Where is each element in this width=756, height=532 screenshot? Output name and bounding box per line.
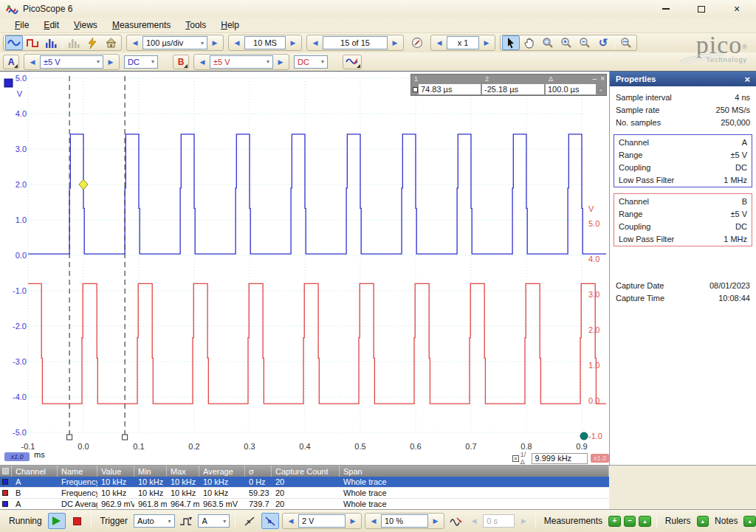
right-axis-scale-badge[interactable]: x1.0 [591, 454, 609, 463]
column-header[interactable]: Average [199, 466, 245, 477]
add-measurement-button[interactable]: + [608, 516, 621, 527]
buffer-previous-button[interactable]: ◀ [309, 36, 322, 49]
advanced-trigger-button[interactable] [178, 513, 196, 529]
column-header[interactable]: Channel [12, 466, 58, 477]
ruler-handle[interactable] [67, 435, 72, 440]
zoom-full-button[interactable] [617, 35, 635, 50]
channel-a-range-decrease[interactable]: ◀ [26, 55, 39, 69]
marquee-zoom-button[interactable] [539, 35, 557, 50]
column-header[interactable]: Capture Count [272, 466, 340, 477]
scope-view[interactable]: 5.04.03.02.01.00.0-1.0-2.0-3.0-4.0-5.0VV… [0, 72, 609, 465]
pre-trigger-input[interactable]: 10 % [381, 514, 428, 528]
buffer-navigator-button[interactable] [408, 35, 426, 50]
channel-a-range-select[interactable]: ±5 V ▾ [40, 55, 103, 69]
maximize-icon[interactable] [694, 3, 709, 15]
svg-text:0.4: 0.4 [299, 442, 310, 451]
undo-zoom-button[interactable]: ↺ [594, 35, 612, 50]
normal-selection-button[interactable] [502, 35, 520, 50]
rulers-button[interactable]: ▲ [697, 516, 709, 527]
column-header[interactable]: Max [167, 466, 199, 477]
column-header[interactable]: Min [134, 466, 167, 477]
channel-b-range-decrease[interactable]: ◀ [196, 55, 209, 69]
edit-measurement-button[interactable]: ▲ [639, 516, 651, 527]
time-rulers[interactable] [67, 76, 128, 440]
table-row[interactable]: BFrequency10 kHz10 kHz10 kHz10 kHz59.23 … [0, 488, 609, 499]
ruler-handle[interactable] [123, 435, 128, 440]
table-cell: Whole trace [340, 477, 609, 487]
triangle-up-icon: ▲ [642, 519, 647, 524]
legend-close-icon[interactable]: × [600, 75, 605, 83]
rising-edge-button[interactable] [241, 513, 258, 529]
trigger-level-decrease[interactable]: ◀ [284, 514, 298, 528]
stop-button[interactable] [69, 513, 86, 529]
table-row[interactable]: ADC Average962.9 mV961.8 mV964.7 mV963.5… [0, 499, 609, 510]
ruler-legend[interactable]: 1 2 Δ – × 74.83 µs -25.18 µs 100.0 µs [410, 74, 607, 96]
buffer-next-button[interactable]: ▶ [388, 36, 402, 49]
zoom-increase-button[interactable]: ▶ [480, 36, 493, 49]
spectrum-view-button[interactable] [42, 35, 60, 50]
channel-a-coupling-select[interactable]: DC ▾ [124, 55, 158, 69]
channel-b-menu-button[interactable]: B [173, 55, 189, 69]
hand-tool-button[interactable] [520, 35, 538, 50]
table-cell: B [12, 488, 58, 498]
menu-views[interactable]: Views [66, 18, 105, 32]
trigger-delay-button[interactable] [447, 513, 465, 529]
channel-a-range-increase[interactable]: ▶ [104, 55, 117, 69]
channel-b-coupling-select[interactable]: DC ▾ [294, 55, 328, 69]
frequency-legend-checkbox[interactable] [512, 455, 519, 462]
notes-button[interactable]: ▲ [743, 516, 756, 527]
auto-setup-button[interactable] [83, 35, 101, 50]
trigger-mode-select[interactable]: Auto ▾ [134, 514, 175, 528]
trigger-level-increase[interactable]: ▶ [346, 514, 360, 528]
menu-tools[interactable]: Tools [178, 18, 213, 32]
column-header[interactable]: Name [58, 466, 97, 477]
channel-a-menu-button[interactable]: A [3, 55, 19, 69]
samples-input[interactable]: 10 MS [244, 36, 286, 49]
menu-edit[interactable]: Edit [36, 18, 66, 32]
samples-increase-button[interactable]: ▶ [286, 36, 300, 49]
column-header[interactable]: σ [245, 466, 272, 477]
falling-edge-button[interactable] [261, 513, 279, 529]
table-cell: 10 kHz [134, 488, 167, 498]
zoom-out-button[interactable] [576, 35, 594, 50]
zoom-decrease-button[interactable]: ◀ [433, 36, 446, 49]
timebase-select[interactable]: 100 µs/div ▾ [142, 36, 207, 49]
menu-file[interactable]: File [7, 18, 36, 32]
start-button[interactable] [48, 513, 66, 529]
persistence-view-button[interactable] [24, 35, 41, 50]
buffer-input[interactable]: 15 of 15 [323, 36, 388, 49]
trigger-source-select[interactable]: A ▾ [198, 514, 230, 528]
legend-minimize-icon[interactable]: – [593, 75, 597, 83]
zoom-input[interactable]: x 1 [447, 36, 479, 49]
column-header[interactable]: Span [340, 466, 609, 477]
timebase-decrease-button[interactable]: ◀ [128, 36, 142, 49]
signal-generator-button[interactable] [343, 55, 362, 69]
x-axis-scale-badge[interactable]: x1.0 [4, 452, 30, 461]
trigger-marker[interactable] [79, 179, 88, 190]
column-header[interactable]: Value [97, 466, 134, 477]
menu-measurements[interactable]: Measurements [105, 18, 178, 32]
channel-b-range-select[interactable]: ±5 V ▾ [210, 55, 273, 69]
channel-b-axis-marker[interactable] [580, 432, 588, 440]
timebase-increase-button[interactable]: ▶ [208, 36, 221, 49]
close-icon[interactable]: × [729, 3, 744, 15]
properties-close-icon[interactable]: × [744, 74, 750, 85]
home-button[interactable] [102, 35, 120, 50]
channel-a-indicator[interactable] [4, 79, 13, 87]
table-row[interactable]: AFrequency10 kHz10 kHz10 kHz10 kHz0 Hz20… [0, 477, 609, 488]
minimize-icon[interactable] [659, 3, 673, 15]
svg-text:-5.0: -5.0 [13, 428, 27, 437]
menu-help[interactable]: Help [213, 18, 247, 32]
pre-trigger-increase[interactable]: ▶ [429, 514, 442, 528]
trigger-level-input[interactable]: 2 V [298, 514, 346, 528]
delete-measurement-button[interactable]: – [624, 516, 636, 527]
legend-drag-handle[interactable] [411, 87, 419, 92]
lock-icon[interactable] [596, 86, 606, 93]
scope-view-button[interactable] [5, 35, 23, 50]
samples-decrease-button[interactable]: ◀ [230, 36, 244, 49]
pre-trigger-decrease[interactable]: ◀ [367, 514, 380, 528]
zoom-in-button[interactable] [557, 35, 575, 50]
channel-b-range-increase[interactable]: ▶ [274, 55, 287, 69]
x-axis-unit: ms [34, 450, 45, 459]
persistence-spectrum-button[interactable] [65, 35, 83, 50]
